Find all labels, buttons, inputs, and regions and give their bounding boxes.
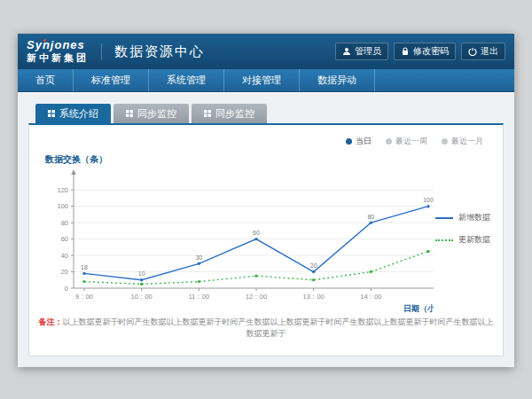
svg-text:日期（小时）: 日期（小时）: [403, 304, 434, 313]
svg-text:120: 120: [57, 186, 68, 194]
app-header: Synjones 新中新集团 数据资源中心 管理员 修改密码: [18, 34, 514, 69]
filter-label: 最近一月: [451, 136, 483, 147]
logout-button-label: 退出: [481, 45, 498, 58]
main-nav: 首页 标准管理 系统管理 对接管理 数据异动: [18, 69, 514, 92]
tab-sync-monitor-2[interactable]: 同步监控: [192, 104, 267, 123]
app-window: Synjones 新中新集团 数据资源中心 管理员 修改密码: [18, 34, 514, 367]
svg-text:80: 80: [61, 219, 68, 227]
content-area: 系统介绍 同步监控 同步监控 当日: [18, 93, 514, 367]
line-chart: 0204060801001209：0010：0011：0012：0013：001…: [42, 166, 434, 315]
nav-item-home[interactable]: 首页: [18, 69, 74, 91]
tab-bar: 系统介绍 同步监控 同步监控: [28, 104, 504, 123]
svg-text:100: 100: [57, 202, 68, 210]
tab-label: 系统介绍: [59, 107, 98, 121]
page-title: 数据资源中心: [101, 43, 205, 60]
svg-text:10：00: 10：00: [131, 293, 153, 301]
chart-legend: 新增数据 更新数据: [435, 212, 490, 246]
svg-text:12：00: 12：00: [246, 293, 267, 301]
svg-text:60: 60: [253, 230, 260, 236]
logo-subtext: 新中新集团: [27, 52, 89, 64]
footnote: 备注：以上数据更新于时间产生数据以上数据更新于时间产生数据以上数据更新于时间产生…: [38, 317, 494, 340]
svg-text:100: 100: [423, 197, 434, 203]
tab-system-intro[interactable]: 系统介绍: [35, 104, 111, 123]
change-password-button-label: 修改密码: [413, 45, 449, 58]
grid-icon: [48, 110, 55, 117]
power-icon: [468, 47, 477, 56]
svg-text:60: 60: [61, 235, 68, 243]
chart-panel: 当日 最近一周 最近一月 数据交换（条） 0204060801001209：00…: [28, 123, 504, 356]
blue-line-icon: [435, 217, 453, 219]
lock-icon: [401, 47, 410, 56]
grid-icon: [126, 110, 133, 117]
svg-text:20: 20: [310, 262, 317, 269]
logout-button[interactable]: 退出: [461, 43, 505, 60]
svg-text:80: 80: [367, 214, 374, 220]
svg-text:10: 10: [138, 270, 145, 277]
logo: Synjones 新中新集团: [27, 39, 89, 64]
tab-label: 同步监控: [215, 107, 254, 121]
nav-item-system-mgmt[interactable]: 系统管理: [149, 69, 224, 91]
tab-label: 同步监控: [137, 107, 176, 121]
svg-text:14：00: 14：00: [360, 293, 381, 301]
note-prefix: 备注：: [39, 317, 63, 326]
user-button[interactable]: 管理员: [335, 43, 388, 60]
chart-row: 0204060801001209：0010：0011：0012：0013：001…: [42, 166, 490, 315]
svg-text:13：00: 13：00: [303, 293, 325, 301]
legend-item-new-data: 新增数据: [435, 212, 490, 223]
svg-text:9：00: 9：00: [75, 293, 93, 301]
nav-item-standard-mgmt[interactable]: 标准管理: [74, 69, 149, 91]
header-actions: 管理员 修改密码 退出: [335, 43, 505, 60]
radio-dot-icon: [442, 138, 448, 145]
svg-text:20: 20: [61, 268, 68, 276]
filter-last-month[interactable]: 最近一月: [442, 136, 483, 147]
nav-item-data-change[interactable]: 数据异动: [300, 69, 375, 91]
svg-text:40: 40: [61, 252, 68, 260]
green-dotted-line-icon: [435, 239, 453, 241]
legend-label: 新增数据: [458, 212, 490, 223]
legend-label: 更新数据: [458, 234, 490, 246]
logo-text: Synjones: [27, 39, 89, 52]
svg-text:18: 18: [81, 264, 88, 270]
svg-text:30: 30: [195, 254, 202, 261]
filter-label: 最近一周: [395, 136, 427, 147]
user-icon: [342, 47, 351, 56]
note-text: 以上数据更新于时间产生数据以上数据更新于时间产生数据以上数据更新于时间产生数据以…: [63, 317, 494, 338]
svg-text:0: 0: [65, 285, 68, 293]
radio-dot-icon: [386, 138, 392, 145]
range-filters: 当日 最近一周 最近一月: [346, 136, 483, 147]
nav-item-interface-mgmt[interactable]: 对接管理: [224, 69, 300, 91]
svg-text:11：00: 11：00: [189, 293, 210, 301]
tab-sync-monitor-1[interactable]: 同步监控: [113, 104, 189, 123]
radio-dot-icon: [346, 138, 352, 145]
legend-item-updated-data: 更新数据: [435, 234, 490, 246]
filter-today[interactable]: 当日: [346, 136, 372, 147]
filter-label: 当日: [356, 136, 372, 147]
y-axis-title: 数据交换（条）: [45, 153, 490, 166]
user-button-label: 管理员: [355, 45, 381, 58]
change-password-button[interactable]: 修改密码: [394, 43, 456, 60]
filter-last-week[interactable]: 最近一周: [386, 136, 427, 147]
grid-icon: [204, 110, 211, 117]
